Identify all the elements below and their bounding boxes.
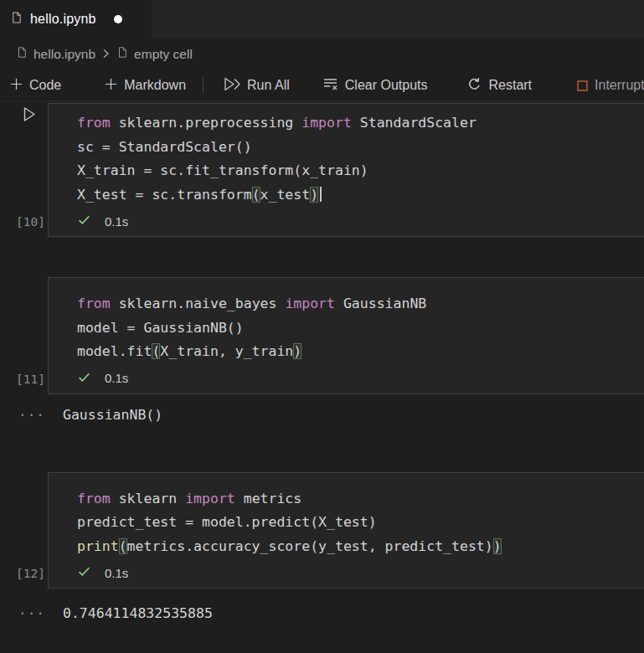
cell-status-bar: 0.1s [77, 560, 644, 585]
clear-outputs-icon [323, 77, 338, 94]
add-code-label: Code [29, 78, 61, 93]
clear-outputs-button[interactable]: Clear Outputs [313, 73, 438, 98]
cell-status-bar: 0.1s [77, 366, 644, 391]
execution-count: [11] [0, 373, 45, 386]
execution-count: [10] [0, 215, 45, 229]
breadcrumb-file[interactable]: hello.ipynb [16, 46, 95, 62]
restart-kernel-button[interactable]: Restart [457, 73, 542, 98]
tab-title: hello.ipynb [30, 12, 96, 27]
modified-dot-icon[interactable] [114, 15, 122, 23]
file-icon [16, 46, 28, 62]
notebook-cell: [11] from sklearn.naive_bayes import Gau… [0, 277, 644, 394]
tab-hello-ipynb[interactable]: hello.ipynb [0, 0, 152, 38]
interrupt-stop-icon [577, 80, 588, 91]
add-markdown-cell-button[interactable]: Markdown [95, 73, 196, 98]
clear-outputs-label: Clear Outputs [345, 78, 428, 93]
execution-duration: 0.1s [105, 371, 128, 385]
code-cell-editor[interactable]: from sklearn import metricspredict_test … [48, 472, 644, 589]
file-icon [10, 11, 23, 28]
interrupt-label: Interrupt [595, 78, 644, 93]
add-markdown-label: Markdown [124, 78, 186, 93]
run-all-icon [224, 77, 240, 95]
cell-status-bar: 0.1s [77, 208, 644, 234]
restart-icon [467, 77, 482, 95]
execution-duration: 0.1s [105, 214, 128, 229]
breadcrumb: hello.ipynb empty cell [0, 38, 644, 70]
editor-tab-bar: hello.ipynb [0, 0, 644, 38]
plus-icon [105, 78, 117, 94]
plus-icon [10, 78, 23, 94]
breadcrumb-cell-label: empty cell [134, 47, 193, 62]
restart-label: Restart [488, 78, 532, 93]
breadcrumb-file-label: hello.ipynb [33, 47, 95, 62]
chevron-right-icon [102, 47, 110, 62]
execution-count: [12] [0, 567, 45, 580]
success-check-icon [77, 564, 91, 581]
add-code-cell-button[interactable]: Code [0, 73, 71, 98]
interrupt-button[interactable]: Interrupt [567, 73, 644, 98]
code-content[interactable]: from sklearn.preprocessing import Standa… [77, 111, 644, 207]
success-check-icon [77, 213, 91, 229]
code-cell-editor[interactable]: from sklearn.naive_bayes import Gaussian… [48, 277, 644, 394]
output-ellipsis-icon[interactable]: ··· [0, 407, 48, 423]
success-check-icon [77, 370, 91, 387]
run-cell-icon[interactable] [22, 105, 37, 126]
notebook-cell: [10] from sklearn.preprocessing import S… [0, 103, 644, 237]
notebook-toolbar: Code Markdown Run All Clear Outputs Rest… [0, 70, 644, 101]
notebook-area: [10] from sklearn.preprocessing import S… [0, 101, 644, 625]
code-cell-editor[interactable]: from sklearn.preprocessing import Standa… [48, 103, 644, 237]
code-content[interactable]: from sklearn import metricspredict_test … [77, 487, 644, 559]
run-all-label: Run All [247, 78, 290, 93]
output-text: GaussianNB() [48, 407, 162, 423]
cell-output: ··· 0.7464114832535885 [0, 601, 644, 625]
toolbar-separator [203, 77, 204, 94]
breadcrumb-cell[interactable]: empty cell [116, 46, 193, 62]
code-content[interactable]: from sklearn.naive_bayes import Gaussian… [77, 292, 644, 364]
file-icon [116, 46, 128, 62]
output-text: 0.7464114832535885 [48, 605, 213, 621]
cell-output: ··· GaussianNB() [0, 404, 644, 427]
run-all-button[interactable]: Run All [214, 73, 300, 98]
execution-duration: 0.1s [105, 566, 128, 580]
notebook-cell: [12] from sklearn import metricspredict_… [0, 472, 644, 589]
output-ellipsis-icon[interactable]: ··· [0, 605, 48, 621]
